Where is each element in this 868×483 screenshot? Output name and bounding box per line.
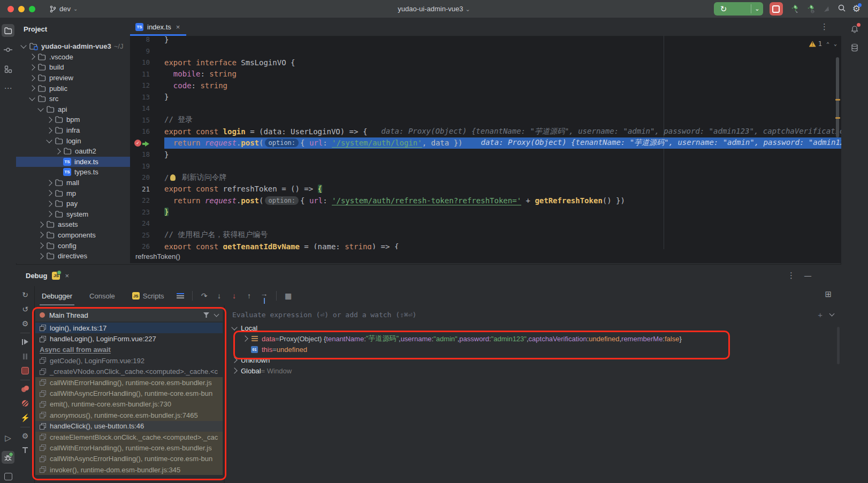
tree-item-config[interactable]: config xyxy=(16,240,130,251)
tree-chevron-icon[interactable] xyxy=(46,137,52,143)
code-line-22[interactable]: 22 return request.post(option:{ url: '/s… xyxy=(130,195,841,206)
tree-item-components[interactable]: components xyxy=(16,230,130,241)
thread-chevron-icon[interactable] xyxy=(214,312,219,317)
tree-item-pay[interactable]: pay xyxy=(16,198,130,209)
code-line-26[interactable]: 26export const getTenantIdByName = (name… xyxy=(130,241,841,249)
gutter-line-22[interactable]: 22 xyxy=(130,195,164,206)
gutter-line-15[interactable]: 15 xyxy=(130,114,164,126)
stack-frame[interactable]: callWithErrorHandling(), runtime-core.es… xyxy=(35,442,223,453)
variables-group-global[interactable]: Global = Window xyxy=(225,365,841,376)
inspections-widget[interactable]: ! 1 ⌃ ⌃ xyxy=(809,40,837,48)
hide-panel-icon[interactable]: — xyxy=(804,272,811,280)
commit-tool-button[interactable] xyxy=(2,43,14,56)
tree-item-yudao-ui-admin-vue3[interactable]: yudao-ui-admin-vue3~/J xyxy=(16,41,130,52)
editor-options-kebab-icon[interactable]: ⋮ xyxy=(820,22,828,32)
editor-tab-index-ts[interactable]: TS index.ts × xyxy=(130,18,186,36)
breadcrumbs-bar[interactable]: refreshToken() xyxy=(130,249,841,263)
maximize-window-button[interactable] xyxy=(29,6,35,12)
js-session-icon[interactable]: JS xyxy=(52,272,60,280)
step-into-icon[interactable]: ↓ xyxy=(213,289,226,302)
minimize-window-button[interactable] xyxy=(18,6,25,12)
rerun-debug-icon[interactable]: ↻ xyxy=(19,289,31,301)
variables-chevron-icon[interactable] xyxy=(242,335,248,341)
tree-chevron-icon[interactable] xyxy=(29,54,35,60)
code-line-16[interactable]: 16export const login = (data: UserLoginV… xyxy=(130,126,841,137)
watches-chevron-icon[interactable] xyxy=(829,311,835,317)
tree-item-infra[interactable]: infra xyxy=(16,125,130,136)
tree-chevron-icon[interactable] xyxy=(46,180,52,186)
tree-item-system[interactable]: system xyxy=(16,209,130,220)
gutter-line-21[interactable]: 21 xyxy=(130,183,164,195)
stack-frame[interactable]: login(), index.ts:17 xyxy=(35,323,223,333)
gutter-line-17[interactable]: ✓ xyxy=(130,137,164,149)
terminal-tool-button[interactable] xyxy=(2,470,14,483)
gutter-line-13[interactable]: 13 xyxy=(130,91,164,103)
stack-frame[interactable]: anonymous(), runtime-core.esm-bundler.js… xyxy=(35,410,223,420)
tree-item-bpm[interactable]: bpm xyxy=(16,114,130,125)
step-over-icon[interactable]: ↷ xyxy=(198,289,211,302)
code-line-17[interactable]: ✓ return request.post(option:{ url: '/sy… xyxy=(130,137,841,149)
stack-frame[interactable]: callWithAsyncErrorHandling(), runtime-co… xyxy=(35,454,223,464)
stack-frame[interactable]: emit(), runtime-core.esm-bundler.js:730 xyxy=(35,399,223,410)
variables-scrollbar[interactable] xyxy=(837,327,840,364)
stack-frame[interactable]: getCode(), LoginForm.vue:192 xyxy=(35,355,223,366)
tree-chevron-icon[interactable] xyxy=(37,221,43,227)
variable-row[interactable]: 01this = undefined xyxy=(225,344,841,355)
tree-item-public[interactable]: public xyxy=(16,83,130,94)
debug-rocket-icon[interactable] xyxy=(805,4,815,14)
run-tool-button[interactable]: ▷ xyxy=(2,432,14,444)
tree-chevron-icon[interactable] xyxy=(46,117,52,122)
code-editor[interactable]: 8}910export interface SmsLoginVO {11 mob… xyxy=(130,36,841,249)
view-options-grid-icon[interactable]: ▦ xyxy=(282,289,295,302)
next-warning-icon[interactable]: ⌃ xyxy=(834,41,837,47)
code-line-25[interactable]: 25// 使用租户名，获得租户编号 xyxy=(130,229,841,241)
tree-item-index-ts[interactable]: TSindex.ts xyxy=(16,157,130,167)
variables-group-unknown[interactable]: Unknown xyxy=(225,355,841,365)
code-line-11[interactable]: 11 mobile: string xyxy=(130,68,841,80)
tree-item-preview[interactable]: preview xyxy=(16,73,130,83)
tree-item-src[interactable]: src xyxy=(16,94,130,104)
thread-selector[interactable]: Main Thread xyxy=(35,309,223,321)
add-watch-icon[interactable]: + xyxy=(818,310,823,319)
variables-chevron-icon[interactable] xyxy=(231,324,237,330)
tree-item-login[interactable]: login xyxy=(16,135,130,146)
gutter-line-25[interactable]: 25 xyxy=(130,229,164,241)
variable-row[interactable]: data = Proxy(Object) {tenantName: "芋道源码"… xyxy=(225,333,841,344)
tree-chevron-icon[interactable] xyxy=(37,242,43,248)
intention-bulb-icon[interactable] xyxy=(170,174,176,181)
tree-chevron-icon[interactable] xyxy=(37,232,43,238)
stack-frame[interactable]: handleClick(), use-button.ts:46 xyxy=(35,421,223,432)
code-line-10[interactable]: 10export interface SmsLoginVO { xyxy=(130,57,841,68)
force-step-into-icon[interactable]: ↓ xyxy=(228,289,241,302)
tree-item-assets[interactable]: assets xyxy=(16,219,130,230)
stack-frame[interactable]: handleLogin(), LoginForm.vue:227 xyxy=(35,333,223,344)
project-tool-button[interactable] xyxy=(2,24,14,37)
tree-item-mp[interactable]: mp xyxy=(16,188,130,198)
code-line-14[interactable]: 14 xyxy=(130,103,841,114)
tab-console[interactable]: Console xyxy=(82,286,123,305)
code-line-8[interactable]: 8} xyxy=(130,36,841,45)
threads-view-icon[interactable] xyxy=(174,289,187,302)
gutter-line-20[interactable]: 20 xyxy=(130,172,164,183)
run-config-chevron-icon[interactable]: ⌄ xyxy=(751,5,763,12)
tree-chevron-icon[interactable] xyxy=(29,75,35,81)
code-line-18[interactable]: 18} xyxy=(130,149,841,160)
git-branch-widget[interactable]: dev ⌄ xyxy=(49,5,78,13)
profiler-icon[interactable] xyxy=(821,4,831,14)
tree-chevron-icon[interactable] xyxy=(46,127,52,133)
prev-warning-icon[interactable]: ⌃ xyxy=(826,41,829,47)
gutter-line-14[interactable]: 14 xyxy=(130,103,164,114)
debug-tool-button[interactable] xyxy=(2,451,14,464)
code-line-21[interactable]: 21export const refreshToken = () => { xyxy=(130,183,841,195)
code-line-13[interactable]: 13} xyxy=(130,91,841,103)
database-tool-button[interactable] xyxy=(848,41,861,54)
close-tab-icon[interactable]: × xyxy=(176,23,180,31)
stack-frame[interactable]: invoker(), runtime-dom.esm-bundler.js:34… xyxy=(35,464,223,475)
code-line-23[interactable]: 23} xyxy=(130,206,841,218)
stack-frame[interactable]: createElementBlock.onClick._cache.<compu… xyxy=(35,432,223,442)
gutter-line-23[interactable]: 23 xyxy=(130,206,164,218)
evaluate-expression-input[interactable]: Evaluate expression (⏎) or add a watch (… xyxy=(225,308,841,321)
variables-group-local[interactable]: Local xyxy=(225,323,841,333)
gutter-line-10[interactable]: 10 xyxy=(130,57,164,68)
gutter-line-24[interactable]: 24 xyxy=(130,218,164,229)
